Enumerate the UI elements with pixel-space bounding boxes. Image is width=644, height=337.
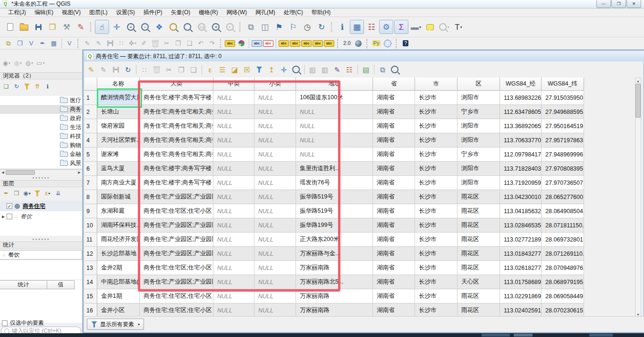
table-cell[interactable]: 商务住宅;产业园区;产业园区 xyxy=(140,190,213,204)
menu-item[interactable]: 插件(P) xyxy=(139,8,167,17)
table-cell[interactable]: 商务住宅;产业园区;产业园区 xyxy=(140,247,213,261)
table-cell[interactable]: NULL xyxy=(213,133,254,147)
table-cell[interactable]: 28.069058449... xyxy=(542,289,584,303)
table-cell[interactable]: NULL xyxy=(254,147,296,162)
row-number[interactable]: 2 xyxy=(85,105,97,119)
table-cell[interactable]: 湖南省 xyxy=(373,218,415,233)
table-cell[interactable]: NULL xyxy=(254,91,296,105)
edit-expression-field-button[interactable]: ✎ xyxy=(331,64,343,75)
table-cell[interactable]: 长塘山 xyxy=(97,105,140,119)
open-project-button[interactable] xyxy=(17,20,31,34)
scroll-thumb[interactable] xyxy=(636,84,641,118)
new-map-view-button[interactable]: ⧉ xyxy=(244,20,257,34)
column-header-省[interactable]: 省 xyxy=(373,78,415,91)
menu-item[interactable]: 网络(W) xyxy=(222,8,251,17)
table-cell[interactable]: 28.070230615... xyxy=(542,303,584,318)
selected-features-only[interactable]: 仅选中的要素 xyxy=(2,319,44,327)
select-all-button[interactable]: ☰ xyxy=(217,64,228,75)
table-cell[interactable]: 长沙市 xyxy=(415,105,458,119)
table-cell[interactable]: 商务住宅;楼宇;商务写字楼 xyxy=(140,176,213,190)
browser-properties-button[interactable]: ℹ xyxy=(43,82,52,91)
table-cell[interactable]: 长沙市 xyxy=(415,233,458,247)
pan-to-selected-button[interactable]: ✛ xyxy=(278,64,289,75)
column-header-大类[interactable]: 大类 xyxy=(140,78,213,91)
show-hide-labels-button[interactable]: abc xyxy=(290,38,300,49)
column-header-区[interactable]: 区 xyxy=(458,78,500,91)
table-cell[interactable]: 中南总部基地(... xyxy=(97,275,140,289)
table-cell[interactable]: 宁乡市 xyxy=(458,105,500,119)
table-cell[interactable]: 商务住宅;楼宇;商务写字楼 xyxy=(140,91,213,105)
table-cell[interactable]: 113.02402591... xyxy=(500,303,542,318)
table-cell[interactable]: 113.04230010... xyxy=(500,190,542,204)
table-cell[interactable]: 长沙市 xyxy=(415,204,458,218)
table-cell[interactable]: 长沙市 xyxy=(415,190,458,204)
table-cell[interactable]: 东湖和庭 xyxy=(97,204,140,218)
table-cell[interactable]: NULL xyxy=(213,233,254,247)
table-cell[interactable]: 瑶发街76号 xyxy=(296,176,373,190)
table-cell[interactable]: 万家丽南路 xyxy=(296,289,373,303)
table-cell[interactable]: 湖南省 xyxy=(373,91,415,105)
open-layer-styling-button[interactable]: ✒ xyxy=(1,189,11,198)
browser-hscrollbar[interactable]: ◀ ▶ xyxy=(0,169,82,175)
table-cell[interactable]: 南方商业大厦 xyxy=(97,176,140,190)
zoom-to-selected-button[interactable] xyxy=(290,64,302,75)
taskbar-item[interactable] xyxy=(589,334,613,337)
filter-browser-button[interactable] xyxy=(22,82,32,91)
browser-folder-购物[interactable]: 购物 xyxy=(0,141,82,150)
table-cell[interactable]: 113.02846535... xyxy=(500,218,542,233)
table-cell[interactable]: 商务住宅;住宅区;住宅小区 xyxy=(140,261,213,275)
table-cell[interactable]: 商务住宅;商务住宅相关;商务... xyxy=(140,147,213,162)
python-console-button[interactable]: Py xyxy=(371,38,381,49)
table-cell[interactable]: 万家丽路与金... xyxy=(296,247,373,261)
browser-folder-科技[interactable]: 科技 xyxy=(0,132,82,141)
table-cell[interactable]: 金井1期 xyxy=(97,289,140,303)
table-cell[interactable]: 27.970736507... xyxy=(542,176,584,190)
table-cell[interactable]: 湖南省 xyxy=(373,303,415,318)
table-cell[interactable]: 28.070948976... xyxy=(542,261,584,275)
new-memory-layer-button[interactable]: ▦ xyxy=(49,38,59,49)
table-cell[interactable]: 商务住宅;住宅区;住宅小区 xyxy=(140,303,213,318)
statistics-layer-selector[interactable]: ∴ 餐饮 xyxy=(0,250,82,259)
new-3d-map-view-button[interactable]: ◫ xyxy=(258,20,271,34)
table-cell[interactable]: 雨花区 xyxy=(458,204,500,218)
rotate-label-button[interactable]: abc xyxy=(313,38,323,49)
table-cell[interactable]: 天心区 xyxy=(458,275,500,289)
zoom-in-button[interactable]: + xyxy=(124,20,137,34)
column-header-地址[interactable]: 地址 xyxy=(296,78,373,91)
table-cell[interactable]: NULL xyxy=(213,91,254,105)
column-header-市[interactable]: 市 xyxy=(415,78,458,91)
table-cell[interactable]: 商务住宅;商务住宅相关;商务... xyxy=(140,119,213,133)
zoom-last-button[interactable]: ◂ xyxy=(209,20,222,34)
table-cell[interactable]: NULL xyxy=(213,289,254,303)
zoom-to-selection-button[interactable] xyxy=(167,20,180,34)
metasearch-button[interactable]: 2.0 xyxy=(342,38,352,49)
table-cell[interactable]: 浏阳市 xyxy=(458,162,500,176)
table-cell[interactable]: 长沙市 xyxy=(415,162,458,176)
table-cell[interactable]: 振华路199号 xyxy=(296,218,373,233)
table-cell[interactable]: 湖南省 xyxy=(373,133,415,147)
column-header-中类[interactable]: 中类 xyxy=(213,78,254,91)
show-layout-manager-button[interactable]: ⚒ xyxy=(60,20,73,34)
table-cell[interactable]: 27.970808395... xyxy=(542,162,584,176)
table-cell[interactable]: 蓝鸟大厦 xyxy=(97,162,140,176)
table-cell[interactable]: NULL xyxy=(254,247,296,261)
scroll-up-icon[interactable]: ▲ xyxy=(636,78,640,84)
new-shapefile-layer-button[interactable]: V xyxy=(26,38,36,49)
table-cell[interactable]: 商务住宅;产业园区;产业园区 xyxy=(140,275,213,289)
row-number[interactable]: 15 xyxy=(85,289,97,303)
table-cell[interactable]: NULL xyxy=(296,133,373,147)
text-annotation-button[interactable]: T▾ xyxy=(452,20,465,34)
table-cell[interactable]: NULL xyxy=(254,204,296,218)
browser-folder-商务[interactable]: 商务 xyxy=(0,105,82,114)
table-cell[interactable]: 湖南省 xyxy=(373,190,415,204)
table-cell[interactable]: 商务住宅;商务住宅相关;商务... xyxy=(140,105,213,119)
table-cell[interactable]: NULL xyxy=(213,261,254,275)
field-calculator-button[interactable]: ☷ xyxy=(365,20,378,34)
table-cell[interactable]: 湖南省 xyxy=(373,119,415,133)
table-cell[interactable]: 雨花区 xyxy=(458,190,500,204)
move-selection-to-top-button[interactable]: ↥ xyxy=(266,64,277,75)
browser-folder-生活[interactable]: 生活 xyxy=(0,123,82,132)
manage-map-themes-button[interactable]: ◉▾ xyxy=(22,189,32,198)
show-bookmarks-button[interactable]: ⚐ xyxy=(287,20,300,34)
filter-select-button[interactable] xyxy=(254,64,265,75)
